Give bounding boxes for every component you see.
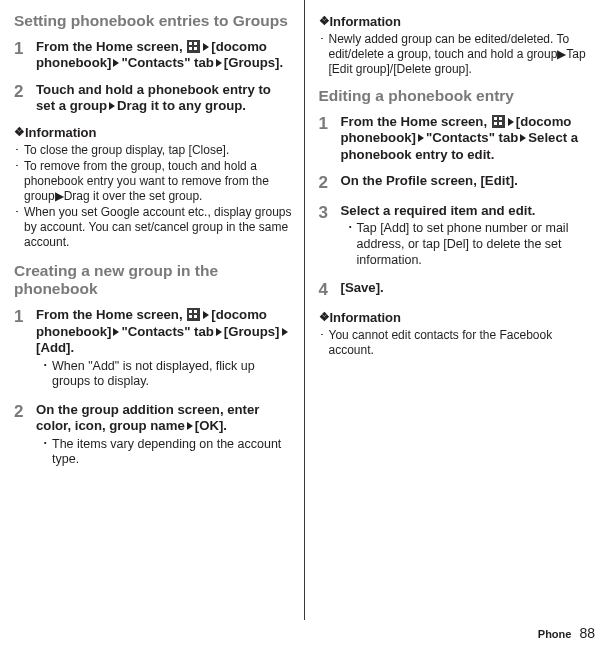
step-number: 2 xyxy=(319,173,341,193)
bullet-dot-icon: ･ xyxy=(14,205,24,250)
info-item: ･When you set Google account etc., displ… xyxy=(14,205,292,250)
arrow-right-icon xyxy=(216,59,222,67)
info-item: ･You cannot edit contacts for the Facebo… xyxy=(319,328,598,358)
arrow-right-icon xyxy=(113,59,119,67)
step-body: On the group addition screen, enter colo… xyxy=(36,402,292,470)
step-note: ･When "Add" is not displayed, flick up g… xyxy=(42,359,292,390)
step-row: 1 From the Home screen, [docomo phoneboo… xyxy=(14,307,292,392)
arrow-right-icon xyxy=(187,422,193,430)
info-heading-label: Information xyxy=(25,125,97,140)
info-heading-label: Information xyxy=(330,310,402,325)
info-heading: ❖Information xyxy=(319,310,598,326)
arrow-right-icon xyxy=(282,328,288,336)
section-heading-editing-entry: Editing a phonebook entry xyxy=(319,87,598,106)
page-columns: Setting phonebook entries to Groups 1 Fr… xyxy=(0,0,609,620)
text: From the Home screen, xyxy=(36,307,186,322)
step-number: 1 xyxy=(14,307,36,392)
diamond-icon: ❖ xyxy=(319,310,330,325)
info-text: When you set Google account etc., displa… xyxy=(24,205,292,250)
bullet-dot-icon: ･ xyxy=(42,359,52,390)
step-row: 2 On the group addition screen, enter co… xyxy=(14,402,292,470)
step-body: From the Home screen, [docomo phonebook]… xyxy=(341,114,598,164)
right-column: ❖Information ･Newly added group can be e… xyxy=(305,0,610,620)
step-body: Touch and hold a phonebook entry to set … xyxy=(36,82,292,115)
page-number: 88 xyxy=(579,625,595,643)
step-number: 1 xyxy=(14,39,36,72)
step-number: 2 xyxy=(14,82,36,115)
step-text: From the Home screen, [docomo phonebook]… xyxy=(36,39,292,72)
apps-grid-icon xyxy=(187,308,200,321)
bullet-dot-icon: ･ xyxy=(14,143,24,158)
info-item: ･Newly added group can be edited/deleted… xyxy=(319,32,598,77)
arrow-right-icon xyxy=(418,134,424,142)
apps-grid-icon xyxy=(187,40,200,53)
diamond-icon: ❖ xyxy=(319,14,330,29)
arrow-right-icon xyxy=(113,328,119,336)
step-row: 1 From the Home screen, [docomo phoneboo… xyxy=(14,39,292,72)
footer-section-label: Phone xyxy=(538,628,572,642)
step-note: ･Tap [Add] to set phone number or mail a… xyxy=(347,221,598,268)
section-heading-creating-group: Creating a new group in the phonebook xyxy=(14,262,292,299)
bullet-dot-icon: ･ xyxy=(347,221,357,268)
step-body: On the Profile screen, [Edit]. xyxy=(341,173,598,193)
step-row: 3 Select a required item and edit. ･Tap … xyxy=(319,203,598,270)
text: Drag it to any group. xyxy=(117,98,246,113)
info-text: To close the group display, tap [Close]. xyxy=(24,143,229,158)
arrow-right-icon xyxy=(508,118,514,126)
section-heading-setting-groups: Setting phonebook entries to Groups xyxy=(14,12,292,31)
page-footer: Phone 88 xyxy=(538,625,595,643)
step-row: 2 Touch and hold a phonebook entry to se… xyxy=(14,82,292,115)
step-text: Select a required item and edit. xyxy=(341,203,598,220)
arrow-right-icon xyxy=(203,43,209,51)
step-number: 4 xyxy=(319,280,341,300)
step-text: On the Profile screen, [Edit]. xyxy=(341,173,598,190)
arrow-right-icon xyxy=(109,102,115,110)
step-text: Touch and hold a phonebook entry to set … xyxy=(36,82,292,115)
info-text: You cannot edit contacts for the Faceboo… xyxy=(329,328,598,358)
info-item: ･To remove from the group, touch and hol… xyxy=(14,159,292,204)
step-text: On the group addition screen, enter colo… xyxy=(36,402,292,435)
step-row: 2 On the Profile screen, [Edit]. xyxy=(319,173,598,193)
step-number: 2 xyxy=(14,402,36,470)
bullet-dot-icon: ･ xyxy=(42,437,52,468)
left-column: Setting phonebook entries to Groups 1 Fr… xyxy=(0,0,305,620)
text: [Groups]. xyxy=(224,55,283,70)
step-text: From the Home screen, [docomo phonebook]… xyxy=(36,307,292,357)
bullet-dot-icon: ･ xyxy=(319,32,329,77)
bullet-dot-icon: ･ xyxy=(319,328,329,358)
text: From the Home screen, xyxy=(341,114,491,129)
step-text: [Save]. xyxy=(341,280,598,297)
step-body: From the Home screen, [docomo phonebook]… xyxy=(36,307,292,392)
text: [Groups] xyxy=(224,324,280,339)
text: "Contacts" tab xyxy=(426,130,518,145)
info-text: To remove from the group, touch and hold… xyxy=(24,159,292,204)
text: From the Home screen, xyxy=(36,39,186,54)
arrow-right-icon xyxy=(203,311,209,319)
text: [OK]. xyxy=(195,418,227,433)
note-text: Tap [Add] to set phone number or mail ad… xyxy=(357,221,598,268)
info-text: Newly added group can be edited/deleted.… xyxy=(329,32,598,77)
text: [Add]. xyxy=(36,340,74,355)
text: "Contacts" tab xyxy=(121,55,213,70)
arrow-right-icon xyxy=(520,134,526,142)
info-heading-label: Information xyxy=(330,14,402,29)
arrow-right-icon xyxy=(216,328,222,336)
apps-grid-icon xyxy=(492,115,505,128)
step-body: From the Home screen, [docomo phonebook]… xyxy=(36,39,292,72)
note-text: When "Add" is not displayed, flick up gr… xyxy=(52,359,292,390)
note-text: The items vary depending on the account … xyxy=(52,437,292,468)
step-note: ･The items vary depending on the account… xyxy=(42,437,292,468)
step-text: From the Home screen, [docomo phonebook]… xyxy=(341,114,598,164)
step-number: 3 xyxy=(319,203,341,270)
info-heading: ❖Information xyxy=(319,14,598,30)
diamond-icon: ❖ xyxy=(14,125,25,140)
text: "Contacts" tab xyxy=(121,324,213,339)
info-item: ･To close the group display, tap [Close]… xyxy=(14,143,292,158)
bullet-dot-icon: ･ xyxy=(14,159,24,204)
step-row: 1 From the Home screen, [docomo phoneboo… xyxy=(319,114,598,164)
step-body: Select a required item and edit. ･Tap [A… xyxy=(341,203,598,270)
step-body: [Save]. xyxy=(341,280,598,300)
info-heading: ❖Information xyxy=(14,125,292,141)
step-number: 1 xyxy=(319,114,341,164)
step-row: 4 [Save]. xyxy=(319,280,598,300)
